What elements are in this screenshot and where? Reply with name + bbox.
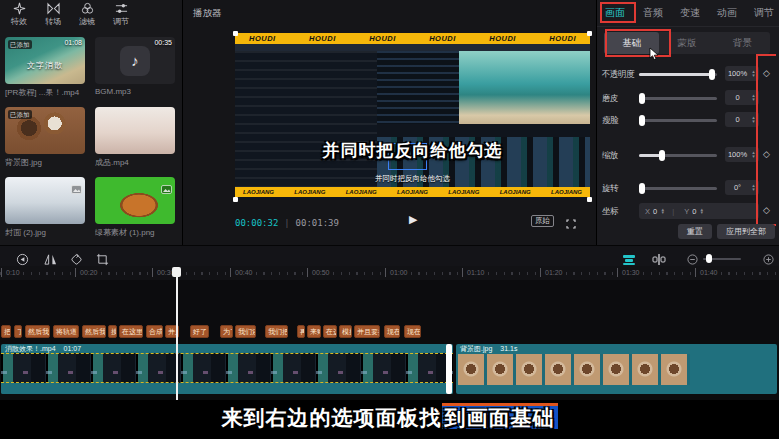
media-filename: [PR教程] ...果！.mp4 — [5, 87, 85, 98]
coord-x-value[interactable]: 0 — [653, 207, 657, 216]
text-clip[interactable]: 接 — [108, 325, 117, 338]
stepper-down-icon[interactable]: ▾ — [701, 211, 704, 215]
clip-trim-handle[interactable] — [446, 344, 452, 394]
text-clip[interactable]: 来到 — [307, 325, 321, 338]
text-clip[interactable]: 在这 — [323, 325, 337, 338]
inspector-tabs: 画面音频变速动画调节 — [597, 0, 779, 27]
inspector-tab[interactable]: 动画 — [717, 6, 737, 20]
keyframe-diamond-icon[interactable]: ◇ — [763, 205, 770, 215]
property-value-box[interactable]: 0° ▴▾ — [725, 180, 759, 195]
text-clip[interactable]: 好了 — [190, 325, 209, 338]
stepper-icon[interactable]: ▴▾ — [750, 70, 757, 77]
stepper-down-icon[interactable]: ▾ — [752, 155, 755, 159]
fullscreen-icon[interactable] — [566, 214, 576, 232]
watermark-text: LAOJIANG — [346, 187, 377, 197]
ratio-badge[interactable]: 原始 — [531, 215, 554, 227]
inspector-tab[interactable]: 调节 — [754, 6, 774, 20]
slider-thumb[interactable] — [659, 150, 665, 161]
property-value-box[interactable]: 0 ▴▾ — [725, 90, 759, 105]
nav-adjust[interactable]: 调节 — [104, 2, 138, 27]
text-clip[interactable]: 了 — [14, 325, 22, 338]
property-value-box[interactable]: 0 ▴▾ — [725, 112, 759, 127]
inspector-tab[interactable]: 画面 — [605, 6, 625, 20]
reset-button[interactable]: 重置 — [678, 224, 712, 239]
text-clip[interactable]: 我们把 — [265, 325, 288, 338]
selection-handle[interactable] — [233, 31, 238, 36]
apply-all-button[interactable]: 应用到全部 — [717, 224, 775, 239]
selection-handle[interactable] — [233, 197, 238, 202]
text-clip[interactable]: 然后我 — [82, 325, 106, 338]
nav-effects[interactable]: 特效 — [2, 2, 36, 27]
slider-thumb[interactable] — [709, 69, 715, 80]
text-clip[interactable]: 把 — [1, 325, 11, 338]
text-clip[interactable]: 再 — [297, 325, 305, 338]
stepper-icon[interactable]: ▴▾ — [750, 184, 757, 191]
text-clip[interactable]: 现在 — [384, 325, 400, 338]
text-clip[interactable]: 现在 — [404, 325, 421, 338]
media-item[interactable]: 已添加 背景图.jpg — [5, 107, 85, 168]
text-clip[interactable]: 然后我 — [25, 325, 50, 338]
subtab-mask[interactable]: 蒙版 — [659, 32, 714, 54]
property-slider[interactable] — [639, 112, 717, 128]
timeline-ruler[interactable]: 0:1000:2000:3000:4000:5001:0001:1001:200… — [0, 266, 779, 280]
playhead-line[interactable] — [176, 277, 178, 400]
keyframe-diamond-icon[interactable]: ◇ — [763, 68, 770, 78]
nav-transitions[interactable]: 转场 — [36, 2, 70, 27]
stepper-icon[interactable]: ▴▾ — [659, 208, 666, 215]
stepper-down-icon[interactable]: ▾ — [752, 74, 755, 78]
text-clip[interactable]: 并且要把 — [354, 325, 380, 338]
stepper-down-icon[interactable]: ▾ — [752, 120, 755, 124]
property-value-box[interactable]: 100% ▴▾ — [725, 147, 759, 162]
property-slider[interactable] — [639, 147, 717, 163]
stepper-icon[interactable]: ▴▾ — [750, 94, 757, 101]
media-item[interactable]: 已添加 01:08 文字消散 [PR教程] ...果！.mp4 — [5, 37, 85, 98]
property-label: 磨皮 — [602, 93, 618, 105]
subtab-background[interactable]: 背景 — [715, 32, 770, 54]
property-slider[interactable] — [639, 90, 717, 106]
text-clip[interactable]: 我们还 — [235, 325, 256, 338]
inspector-tab[interactable]: 音频 — [643, 6, 663, 20]
stepper-icon[interactable]: ▴▾ — [750, 151, 757, 158]
video-caption-large[interactable]: 并同时把反向给他勾选 — [323, 139, 503, 162]
nav-label: 特效 — [2, 16, 36, 27]
timeline-zoom-thumb[interactable] — [706, 254, 712, 263]
effects-icon — [13, 2, 26, 15]
keyframe-diamond-icon[interactable]: ◇ — [763, 149, 770, 159]
media-item[interactable]: 成品.mp4 — [95, 107, 175, 168]
coordinate-box[interactable]: X 0 ▴▾ | Y 0 ▴▾ — [639, 203, 759, 219]
text-track: 把了然后我将轨道然后我接在这里合成并且好了为了我们还我们把再来到在这模拟并且要把… — [0, 325, 779, 338]
video-clip-background[interactable]: 背景图.jpg 31.1s — [456, 344, 777, 394]
stepper-down-icon[interactable]: ▾ — [752, 98, 755, 102]
inspector-tab[interactable]: 变速 — [680, 6, 700, 20]
media-filename: BGM.mp3 — [95, 87, 175, 96]
stepper-icon[interactable]: ▴▾ — [750, 116, 757, 123]
property-slider[interactable] — [639, 180, 717, 196]
media-item[interactable]: 00:35 ♪ BGM.mp3 — [95, 37, 175, 96]
media-item[interactable]: 绿幕素材 (1).png — [95, 177, 175, 238]
slider-thumb[interactable] — [639, 93, 645, 104]
stepper-icon[interactable]: ▴▾ — [698, 208, 705, 215]
slider-thumb[interactable] — [639, 183, 645, 194]
media-item[interactable]: 封面 (2).jpg — [5, 177, 85, 238]
text-clip[interactable]: 将轨道 — [53, 325, 79, 338]
text-clip[interactable]: 合成 — [146, 325, 163, 338]
stepper-down-icon[interactable]: ▾ — [752, 188, 755, 192]
coord-y-value[interactable]: 0 — [692, 207, 696, 216]
property-value: 100% — [725, 150, 750, 159]
video-clip-main[interactable]: 消散效果！.mp4 01:07 — [1, 344, 453, 394]
nav-filters[interactable]: 滤镜 — [70, 2, 104, 27]
play-button[interactable]: ▶ — [409, 213, 417, 226]
video-preview[interactable]: HOUDIHOUDIHOUDIHOUDIHOUDIHOUDI LAOJIANGL… — [235, 33, 590, 200]
selection-handle[interactable] — [587, 31, 592, 36]
stepper-down-icon[interactable]: ▾ — [661, 211, 664, 215]
text-clip[interactable]: 在这里 — [119, 325, 143, 338]
text-clip[interactable]: 为了 — [220, 325, 233, 338]
property-value: 0 — [725, 115, 750, 124]
clip-duration: 01:07 — [64, 344, 82, 353]
text-clip[interactable]: 模拟 — [339, 325, 352, 338]
slider-thumb[interactable] — [639, 115, 645, 126]
selection-handle[interactable] — [587, 197, 592, 202]
property-slider[interactable] — [639, 66, 717, 82]
playhead-handle[interactable] — [172, 267, 181, 277]
property-value-box[interactable]: 100% ▴▾ — [725, 66, 759, 81]
